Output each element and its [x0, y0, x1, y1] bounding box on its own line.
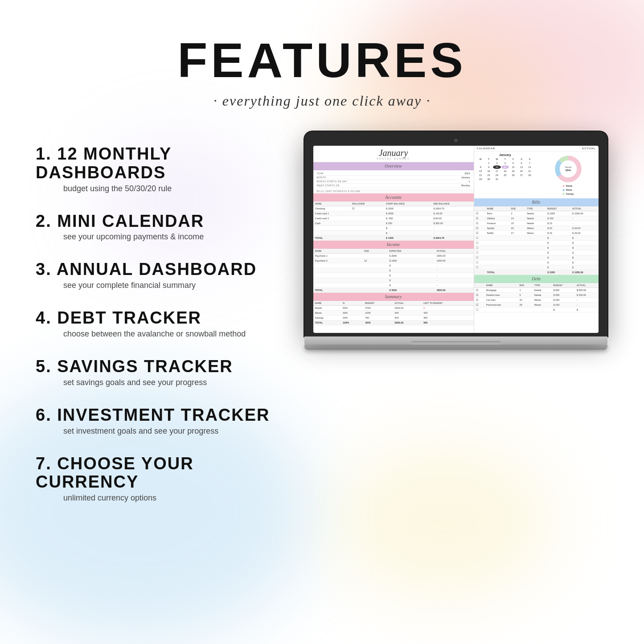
- month-subtitle: PASTEL SUNSET: [318, 157, 469, 160]
- subtitle: · everything just one click away ·: [0, 93, 644, 109]
- main-layout: 1. 12 MONTHLY DASHBOARDS budget using th…: [0, 114, 644, 521]
- summary-total-row: TOTAL 100% 4545 2995.25 955: [313, 320, 474, 325]
- bills-total-row: TOTAL $ 1295 $ 1295.00: [474, 270, 599, 275]
- accounts-col-rollover: ROLLOVER: [350, 201, 384, 206]
- legend-wants: Wants: [562, 189, 574, 191]
- table-row: ☑ Spotify 20 Wants $ 20 $ 20.00: [474, 226, 599, 231]
- table-row: Needs 50% 2750 2300.25 0: [313, 306, 474, 311]
- laptop-outer: January PASTEL SUNSET Overview YEAR 2024: [304, 131, 607, 350]
- table-row: ☐$$: [474, 260, 599, 265]
- overview-row-year: YEAR 2024: [317, 172, 470, 176]
- table-row: $-: [313, 263, 474, 268]
- table-row: Paycheck 2 12 $ 1500 1500.00: [313, 258, 474, 263]
- table-row: ☑ Personal loan 29 Wants $ 150 -: [474, 303, 599, 308]
- table-row: Wants 30% 1045 345 425: [313, 311, 474, 316]
- accounts-col-end: END BALANCE: [431, 201, 473, 206]
- table-row: ☑ Mortgage 1 Needs $ 800 $ 800.00: [474, 288, 599, 293]
- feature-title-2: 2. MINI CALENDAR: [36, 212, 276, 231]
- laptop-bezel: January PASTEL SUNSET Overview YEAR 2024: [304, 131, 607, 336]
- table-row: Credit card 2 $ -350 $ 60.00: [313, 216, 474, 221]
- right-top-headers: CALENDAR ACTUAL: [474, 146, 599, 152]
- table-row: Savings 20% 750 400 350: [313, 316, 474, 320]
- debt-table: NAME DUE TYPE BUDGET ACTUAL: [474, 283, 599, 312]
- accounts-col-start: START BALANCE: [384, 201, 431, 206]
- bills-debt-income-label: BILLS, DEBT PAYMENTS & INCOME: [313, 189, 474, 193]
- donut-legend: Needs Wants: [562, 185, 574, 197]
- debt-header: Debt: [474, 275, 599, 283]
- table-row: Cash $ 250 $ 300.00: [313, 221, 474, 226]
- laptop-base: [304, 336, 607, 345]
- income-total-row: TOTAL $ 3000 3000.00: [313, 288, 474, 293]
- accounts-total-row: TOTAL $ 1300 $ 2004.75: [313, 236, 474, 241]
- table-row: ☐$$: [474, 246, 599, 250]
- accounts-table: NAME ROLLOVER START BALANCE END BALANCE: [313, 201, 474, 241]
- calendar-month-label: January: [477, 153, 534, 156]
- laptop-container: January PASTEL SUNSET Overview YEAR 2024: [303, 131, 608, 350]
- mini-calendar: January M T W T F S S: [474, 152, 537, 198]
- feature-item-7: 7. CHOOSE YOUR CURRENCY unlimited curren…: [36, 455, 276, 503]
- summary-table: NAME % BUDGET ACTUAL LEFT TO BUDGET: [313, 301, 474, 325]
- sheet-right: CALENDAR ACTUAL January M: [474, 146, 599, 333]
- calendar-actual-row: January M T W T F S S: [474, 152, 599, 198]
- income-table: NAME DUE EXPECTED ACTUAL Paychec: [313, 249, 474, 293]
- feature-title-6: 6. INVESTMENT TRACKER: [36, 406, 276, 425]
- header: FEATURES · everything just one click awa…: [0, 0, 644, 114]
- sheet-header: January PASTEL SUNSET: [313, 146, 474, 162]
- table-row: ☐$$: [474, 308, 599, 312]
- summary-header: Summary: [313, 293, 474, 301]
- table-row: ☐$$: [474, 236, 599, 241]
- table-row: $-: [313, 273, 474, 278]
- table-row: ☑ Student loan 5 Needs $ 350 $ 350.00: [474, 293, 599, 298]
- table-row: ☑ Amazon 15 Needs $ 15 -: [474, 221, 599, 226]
- svg-text:65%: 65%: [566, 168, 571, 172]
- table-row: Paycheck 1 $ 2000 2000.00: [313, 254, 474, 258]
- laptop-stand: [304, 345, 607, 350]
- feature-desc-7: unlimited currency options: [36, 493, 276, 503]
- income-col-expected: EXPECTED: [388, 249, 435, 254]
- table-row: ☐$$: [474, 241, 599, 246]
- overview-grid: YEAR 2024 MONTH January MONTH STARTS ON …: [313, 170, 474, 189]
- table-row: ☑ Netflix 27 Wants $ 15 $ 25.00: [474, 231, 599, 236]
- page-title: FEATURES: [0, 36, 644, 85]
- income-col-name: NAME: [313, 249, 363, 254]
- feature-item-6: 6. INVESTMENT TRACKER set investment goa…: [36, 406, 276, 436]
- overview-row-day: MONTH STARTS ON DAY 1: [317, 180, 470, 184]
- legend-savings: Savings: [562, 193, 574, 195]
- table-row: $-: [313, 283, 474, 288]
- income-col-actual: ACTUAL: [435, 249, 474, 254]
- feature-desc-3: see your complete financial summary: [36, 281, 276, 290]
- feature-title-4: 4. DEBT TRACKER: [36, 309, 276, 328]
- feature-item-3: 3. ANNUAL DASHBOARD see your complete fi…: [36, 260, 276, 290]
- overview-row-month: MONTH January: [317, 176, 470, 180]
- table-row: $-: [313, 278, 474, 283]
- feature-desc-6: set investment goals and see your progre…: [36, 427, 276, 436]
- feature-item-4: 4. DEBT TRACKER choose between the avala…: [36, 309, 276, 339]
- table-row: ☑ Utilities 14 Needs $ 150 -: [474, 216, 599, 221]
- spreadsheet: January PASTEL SUNSET Overview YEAR 2024: [313, 146, 599, 333]
- accounts-header: Accounts: [313, 193, 474, 201]
- content-wrapper: FEATURES · everything just one click awa…: [0, 0, 644, 644]
- table-row: Checking ☑ $ 2000 $ 1804.75: [313, 206, 474, 211]
- feature-item-1: 1. 12 MONTHLY DASHBOARDS budget using th…: [36, 145, 276, 193]
- table-row: $-: [313, 226, 474, 231]
- bills-header: Bills: [474, 198, 599, 206]
- sheet-left: January PASTEL SUNSET Overview YEAR 2024: [313, 146, 474, 333]
- table-row: $-: [313, 268, 474, 273]
- feature-title-7: 7. CHOOSE YOUR CURRENCY: [36, 455, 276, 492]
- feature-title-3: 3. ANNUAL DASHBOARD: [36, 260, 276, 279]
- table-row: ☐$$: [474, 255, 599, 260]
- feature-desc-2: see your upcoming payments & income: [36, 232, 276, 242]
- donut-chart: Needs 65%: [553, 153, 584, 185]
- feature-desc-4: choose between the avalanche or snowball…: [36, 329, 276, 339]
- donut-chart-area: Needs 65% Needs: [538, 152, 599, 198]
- calendar-col-label: CALENDAR: [477, 147, 537, 150]
- feature-title-5: 5. SAVINGS TRACKER: [36, 357, 276, 376]
- feature-item-5: 5. SAVINGS TRACKER set savings goals and…: [36, 357, 276, 387]
- table-row: Credit card 1 $ 2000 $ -50.00: [313, 211, 474, 216]
- income-header: Income: [313, 241, 474, 249]
- feature-item-2: 2. MINI CALENDAR see your upcoming payme…: [36, 212, 276, 242]
- table-row: ☐$$: [474, 265, 599, 270]
- svg-text:Needs: Needs: [565, 166, 572, 168]
- table-row: ☑ Car loan 10 Wants $ 200 -: [474, 298, 599, 303]
- table-row: ☑ Rent 2 Needs $ 1000 $ 1000.00: [474, 211, 599, 216]
